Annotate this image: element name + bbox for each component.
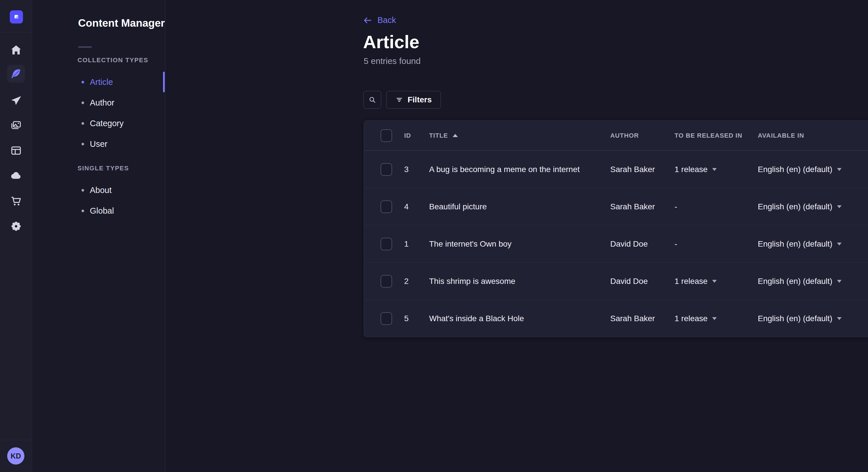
cell-author: Sarah Baker [610, 202, 675, 211]
select-all-checkbox[interactable] [381, 129, 392, 142]
cell-release-dropdown[interactable]: 1 release [675, 277, 758, 286]
paper-plane-icon[interactable] [9, 94, 23, 107]
sidebar-item-user[interactable]: User [32, 134, 165, 154]
cell-title: Beautiful picture [429, 202, 610, 211]
arrow-left-icon [364, 16, 372, 24]
sort-ascending-icon [453, 134, 458, 137]
bullet-icon [82, 102, 84, 104]
main-nav-rail: KD [0, 0, 32, 472]
media-images-icon[interactable] [9, 119, 23, 133]
cell-available-dropdown[interactable]: English (en) (default) [758, 165, 868, 174]
table-row[interactable]: 3 A bug is becoming a meme on the intern… [364, 150, 868, 188]
row-checkbox[interactable] [381, 275, 392, 288]
entries-table: ID TITLE AUTHOR TO BE RELEASED IN AVAILA… [364, 121, 868, 337]
bullet-icon [82, 81, 84, 83]
main-content: Back Article 5 entries found Create new … [166, 0, 868, 472]
sidebar-item-label: Author [90, 98, 114, 107]
chevron-down-icon [712, 280, 717, 283]
column-header-title[interactable]: TITLE [429, 132, 448, 139]
user-avatar[interactable]: KD [7, 447, 24, 465]
cloud-icon[interactable] [9, 169, 23, 182]
sidebar-item-label: User [90, 139, 107, 149]
entries-count: 5 entries found [364, 56, 421, 66]
cell-id: 3 [404, 165, 429, 174]
table-row[interactable]: 5 What's inside a Black Hole Sarah Baker… [364, 300, 868, 337]
cell-id: 2 [404, 277, 429, 286]
content-manager-icon[interactable] [7, 65, 25, 82]
row-checkbox[interactable] [381, 238, 392, 250]
layout-icon[interactable] [9, 144, 23, 158]
cell-available-dropdown[interactable]: English (en) (default) [758, 202, 868, 211]
cell-title: This shrimp is awesome [429, 277, 610, 286]
section-label-single-types: SINGLE TYPES [78, 165, 129, 172]
bullet-icon [82, 189, 84, 192]
chevron-down-icon [712, 317, 717, 320]
cell-release: - [675, 202, 758, 211]
page-title: Article [363, 32, 420, 52]
active-item-indicator [163, 72, 165, 92]
sidebar-item-label: Article [90, 77, 113, 87]
table-row[interactable]: 4 Beautiful picture Sarah Baker - Englis… [364, 188, 868, 225]
gear-icon[interactable] [9, 220, 23, 233]
table-search-button[interactable] [363, 91, 381, 109]
content-manager-sidebar: Content Manager COLLECTION TYPES 4 Artic… [32, 0, 165, 472]
single-types-list: About Global [32, 180, 165, 221]
collection-types-list: Article Author Category User [32, 72, 165, 154]
search-icon [368, 96, 376, 104]
table-row[interactable]: 2 This shrimp is awesome David Doe 1 rel… [364, 262, 868, 300]
cell-id: 4 [404, 202, 429, 211]
cell-release: - [675, 239, 758, 248]
back-link[interactable]: Back [364, 15, 396, 25]
row-checkbox[interactable] [381, 163, 392, 176]
chevron-down-icon [837, 317, 842, 320]
sidebar-item-author[interactable]: Author [32, 92, 165, 113]
table-header-row: ID TITLE AUTHOR TO BE RELEASED IN AVAILA… [364, 121, 868, 150]
chevron-down-icon [837, 243, 842, 245]
cell-release-dropdown[interactable]: 1 release [675, 165, 758, 174]
rail-divider [0, 32, 32, 32]
cell-id: 5 [404, 314, 429, 323]
sidebar-item-label: About [90, 186, 112, 195]
chevron-down-icon [837, 205, 842, 208]
filters-label: Filters [408, 95, 432, 104]
sidebar-item-global[interactable]: Global [32, 200, 165, 221]
column-header-available[interactable]: AVAILABLE IN [758, 132, 868, 139]
cell-available-dropdown[interactable]: English (en) (default) [758, 239, 868, 248]
column-header-release[interactable]: TO BE RELEASED IN [675, 132, 758, 139]
sidebar-title: Content Manager [78, 17, 165, 29]
cell-title: What's inside a Black Hole [429, 314, 610, 323]
bullet-icon [82, 122, 84, 125]
bullet-icon [82, 210, 84, 212]
app-root: KD Content Manager COLLECTION TYPES 4 Ar… [0, 0, 868, 472]
cell-available-dropdown[interactable]: English (en) (default) [758, 277, 868, 286]
filters-button[interactable]: Filters [386, 91, 441, 109]
bullet-icon [82, 143, 84, 145]
back-label: Back [377, 15, 396, 25]
sidebar-item-article[interactable]: Article [32, 72, 165, 92]
sidebar-item-about[interactable]: About [32, 180, 165, 200]
home-icon[interactable] [9, 43, 23, 57]
cell-release-dropdown[interactable]: 1 release [675, 314, 758, 323]
section-label-collection-types: COLLECTION TYPES [78, 57, 148, 64]
cell-available-dropdown[interactable]: English (en) (default) [758, 314, 868, 323]
column-header-id[interactable]: ID [404, 132, 429, 139]
chevron-down-icon [837, 168, 842, 171]
cell-author: Sarah Baker [610, 165, 675, 174]
sidebar-divider-dash [78, 46, 92, 47]
sidebar-item-category[interactable]: Category [32, 113, 165, 134]
chevron-down-icon [712, 168, 717, 171]
cell-title: A bug is becoming a meme on the internet [429, 165, 610, 174]
row-checkbox[interactable] [381, 200, 392, 213]
cell-author: Sarah Baker [610, 314, 675, 323]
table-row[interactable]: 1 The internet's Own boy David Doe - Eng… [364, 225, 868, 262]
sidebar-item-label: Category [90, 119, 124, 128]
cell-author: David Doe [610, 277, 675, 286]
filter-icon [396, 96, 403, 103]
chevron-down-icon [837, 280, 842, 283]
strapi-logo[interactable] [10, 10, 23, 24]
sidebar-item-label: Global [90, 206, 114, 216]
column-header-author[interactable]: AUTHOR [610, 132, 675, 139]
row-checkbox[interactable] [381, 312, 392, 325]
cart-icon[interactable] [9, 194, 23, 208]
cell-author: David Doe [610, 239, 675, 248]
